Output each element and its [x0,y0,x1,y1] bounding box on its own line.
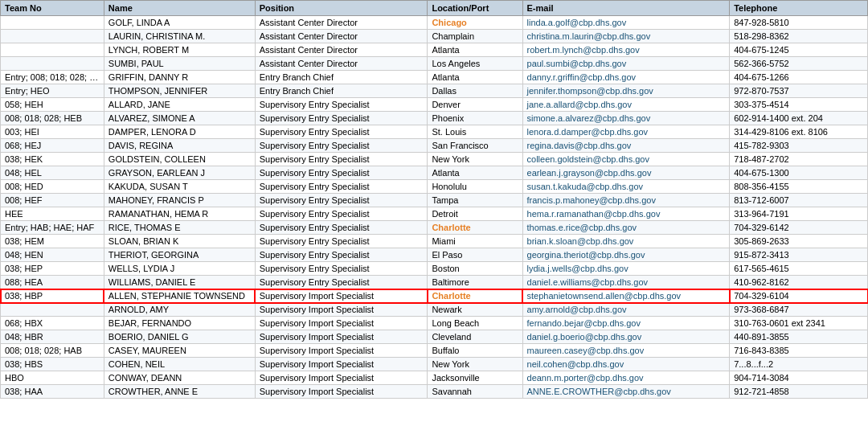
table-row: Entry; HAB; HAE; HAFRICE, THOMAS ESuperv… [1,221,868,235]
cell-team [1,303,104,317]
table-row: SUMBI, PAULAssistant Center DirectorLos … [1,57,868,71]
cell-phone: 7...8...f...2 [730,358,868,371]
table-row: 008; 018; 028; HABCASEY, MAUREENSupervis… [1,344,868,358]
cell-position: Supervisory Entry Specialist [255,112,428,125]
cell-team [1,43,104,57]
cell-email[interactable]: fernando.bejar@cbp.dhs.gov [522,317,730,330]
cell-email[interactable]: regina.davis@cbp.dhs.gov [522,139,730,153]
cell-team: 008; 018; 028; HEB [1,112,104,125]
cell-position: Supervisory Import Specialist [255,358,428,371]
cell-team: 088; HEA [1,276,104,289]
cell-team: 048; HEL [1,166,104,180]
cell-email[interactable]: amy.arnold@cbp.dhs.gov [522,303,730,317]
cell-email[interactable]: ANNE.E.CROWTHER@cbp.dhs.gov [522,385,730,399]
cell-phone: 716-843-8385 [730,344,868,358]
cell-email[interactable]: simone.a.alvarez@cbp.dhs.gov [522,112,730,125]
cell-team: Entry; 008; 018; 028; HEC [1,71,104,84]
cell-position: Assistant Center Director [255,57,428,71]
cell-phone: 415-782-9303 [730,139,868,153]
cell-email[interactable]: lenora.d.damper@cbp.dhs.gov [522,125,730,139]
table-row: HEERAMANATHAN, HEMA RSupervisory Entry S… [1,207,868,221]
cell-email[interactable]: susan.t.kakuda@cbp.dhs.gov [522,180,730,194]
table-row: 048; HENTHERIOT, GEORGINASupervisory Ent… [1,248,868,262]
cell-team: 038; HAA [1,385,104,399]
cell-location: Baltimore [428,276,522,289]
cell-phone: 440-891-3855 [730,330,868,344]
cell-location: El Paso [428,248,522,262]
cell-email[interactable]: christina.m.laurin@cbp.dhs.gov [522,30,730,43]
cell-location: Detroit [428,207,522,221]
cell-name: COHEN, NEIL [104,358,255,371]
cell-email[interactable]: earlean.j.grayson@cbp.dhs.gov [522,166,730,180]
cell-email[interactable]: stephanietownsend.allen@cbp.dhs.gov [522,289,730,303]
cell-location: St. Louis [428,125,522,139]
cell-position: Supervisory Import Specialist [255,385,428,399]
header-team: Team No [1,1,104,16]
cell-phone: 704-329-6104 [730,289,868,303]
cell-email[interactable]: neil.cohen@cbp.dhs.gov [522,358,730,371]
cell-email[interactable]: daniel.g.boerio@cbp.dhs.gov [522,330,730,344]
cell-name: LYNCH, ROBERT M [104,43,255,57]
cell-email[interactable]: daniel.e.williams@cbp.dhs.gov [522,276,730,289]
cell-email[interactable]: thomas.e.rice@cbp.dhs.gov [522,221,730,235]
cell-email[interactable]: jennifer.thompson@cbp.dhs.gov [522,84,730,98]
cell-team: Entry; HAB; HAE; HAF [1,221,104,235]
cell-phone: 813-712-6007 [730,194,868,207]
cell-position: Supervisory Entry Specialist [255,98,428,112]
table-row: 038; HAACROWTHER, ANNE ESupervisory Impo… [1,385,868,399]
cell-name: GOLDSTEIN, COLLEEN [104,153,255,166]
cell-location: Tampa [428,194,522,207]
table-row: 068; HBXBEJAR, FERNANDOSupervisory Impor… [1,317,868,330]
cell-phone: 303-375-4514 [730,98,868,112]
cell-email[interactable]: linda.a.golf@cbp.dhs.gov [522,16,730,30]
cell-name: DAVIS, REGINA [104,139,255,153]
cell-location: Newark [428,303,522,317]
cell-name: BOERIO, DANIEL G [104,330,255,344]
cell-email[interactable]: jane.a.allard@cbp.dhs.gov [522,98,730,112]
table-row: HBOCONWAY, DEANNSupervisory Import Speci… [1,371,868,385]
cell-location: Charlotte [428,289,522,303]
cell-name: DAMPER, LENORA D [104,125,255,139]
cell-email[interactable]: brian.k.sloan@cbp.dhs.gov [522,235,730,248]
cell-location: Atlanta [428,43,522,57]
cell-position: Assistant Center Director [255,16,428,30]
cell-position: Assistant Center Director [255,30,428,43]
cell-location: Honolulu [428,180,522,194]
cell-team: 038; HEM [1,235,104,248]
cell-email[interactable]: robert.m.lynch@cbp.dhs.gov [522,43,730,57]
cell-email[interactable]: francis.p.mahoney@cbp.dhs.gov [522,194,730,207]
cell-name: ARNOLD, AMY [104,303,255,317]
cell-email[interactable]: deann.m.porter@cbp.dhs.gov [522,371,730,385]
cell-email[interactable]: danny.r.griffin@cbp.dhs.gov [522,71,730,84]
cell-team: Entry; HEO [1,84,104,98]
cell-email[interactable]: colleen.goldstein@cbp.dhs.gov [522,153,730,166]
cell-name: KAKUDA, SUSAN T [104,180,255,194]
cell-phone: 617-565-4615 [730,262,868,276]
cell-name: CONWAY, DEANN [104,371,255,385]
cell-position: Supervisory Import Specialist [255,344,428,358]
cell-phone: 562-366-5752 [730,57,868,71]
cell-position: Supervisory Entry Specialist [255,125,428,139]
cell-location: Savannah [428,385,522,399]
cell-position: Supervisory Import Specialist [255,303,428,317]
cell-team: 048; HEN [1,248,104,262]
cell-team: 008; HED [1,180,104,194]
cell-phone: 518-298-8362 [730,30,868,43]
cell-phone: 404-675-1245 [730,43,868,57]
cell-position: Supervisory Entry Specialist [255,262,428,276]
cell-email[interactable]: hema.r.ramanathan@cbp.dhs.gov [522,207,730,221]
cell-email[interactable]: lydia.j.wells@cbp.dhs.gov [522,262,730,276]
cell-position: Supervisory Entry Specialist [255,235,428,248]
table-row: 068; HEJDAVIS, REGINASupervisory Entry S… [1,139,868,153]
cell-email[interactable]: maureen.casey@cbp.dhs.gov [522,344,730,358]
cell-email[interactable]: georgina.theriot@cbp.dhs.gov [522,248,730,262]
cell-email[interactable]: paul.sumbi@cbp.dhs.gov [522,57,730,71]
cell-location: Phoenix [428,112,522,125]
cell-position: Supervisory Entry Specialist [255,166,428,180]
cell-location: Atlanta [428,71,522,84]
cell-position: Supervisory Import Specialist [255,289,428,303]
cell-team [1,30,104,43]
cell-phone: 915-872-3413 [730,248,868,262]
cell-location: New York [428,153,522,166]
table-row: 008; HEFMAHONEY, FRANCIS PSupervisory En… [1,194,868,207]
